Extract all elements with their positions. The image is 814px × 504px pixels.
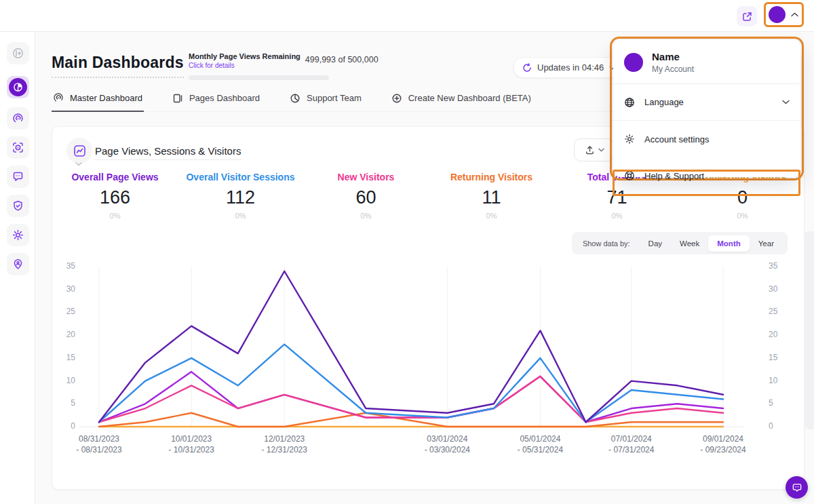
adjacent-panel-edge <box>805 231 814 429</box>
show-data-by-option-week[interactable]: Week <box>671 235 708 252</box>
x-axis-label: 10/01/2023- 10/31/2023 <box>147 433 235 455</box>
y-axis-label-left: 10 <box>52 376 75 385</box>
x-axis-label: 03/01/2024- 03/30/2024 <box>403 433 491 455</box>
pie-chart-icon <box>290 93 301 104</box>
updates-button[interactable]: Updates in 04:46 <box>513 57 625 78</box>
line-chart: 005510101515202025253030353508/31/2023- … <box>52 256 805 466</box>
avatar <box>624 53 643 72</box>
x-axis-label: 12/01/2023- 12/31/2023 <box>240 433 328 455</box>
user-menu-trigger-highlight <box>764 2 804 27</box>
quota-details-link[interactable]: Click for details <box>189 62 301 69</box>
sidebar-item-panel-toggle[interactable] <box>7 42 29 64</box>
sidebar-item-privacy[interactable] <box>7 195 29 217</box>
y-axis-label-left: 30 <box>52 284 75 294</box>
user-menu-highlight: Name My Account Language <box>610 37 804 180</box>
y-axis-label-right: 5 <box>769 398 796 408</box>
show-data-by-option-month[interactable]: Month <box>708 235 749 252</box>
plus-circle-icon <box>391 93 402 104</box>
metric-label: Overall Page Views <box>52 172 178 182</box>
tab-label: Master Dashboard <box>70 93 142 103</box>
page-title: Main Dashboards <box>52 54 184 78</box>
dashboards-pie-icon <box>9 78 27 96</box>
menu-item-label: Account settings <box>644 134 709 144</box>
metric-delta: 0% <box>303 212 429 220</box>
metric-label: New Visitors <box>303 172 429 182</box>
sidebar <box>0 32 35 504</box>
menu-item-language[interactable]: Language <box>613 84 800 121</box>
tab-support-team[interactable]: Support Team <box>288 92 363 111</box>
y-axis-label-right: 30 <box>769 284 796 294</box>
metric-value: 112 <box>178 187 303 208</box>
metric-delta: 0% <box>554 212 680 220</box>
pages-icon <box>172 93 183 104</box>
y-axis-label-left: 15 <box>52 353 75 362</box>
tab-label: Create New Dashboard (BETA) <box>408 93 531 103</box>
metric-new-visitors[interactable]: New Visitors 60 0% <box>303 172 429 220</box>
external-link-button[interactable] <box>737 6 757 26</box>
gauge-icon <box>12 113 24 124</box>
avatar[interactable] <box>769 6 786 23</box>
y-axis-label-left: 0 <box>52 421 75 431</box>
metric-value: 11 <box>429 187 554 208</box>
tab-pages-dashboard[interactable]: Pages Dashboard <box>171 92 261 111</box>
metric-overall-page-views[interactable]: Overall Page Views 166 0% <box>52 172 178 220</box>
show-data-by-label: Show data by: <box>583 239 630 248</box>
metric-value: 60 <box>303 187 429 208</box>
user-menu-profile: Name My Account <box>613 40 800 84</box>
menu-item-help-support[interactable]: Help & Support <box>613 157 800 194</box>
chevron-down-icon <box>598 148 604 152</box>
feedback-chat-icon <box>12 171 24 182</box>
y-axis-label-left: 35 <box>52 261 75 271</box>
user-menu: Name My Account Language <box>613 40 800 177</box>
menu-item-label: Help & Support <box>644 171 704 181</box>
session-recording-icon <box>12 142 24 153</box>
sidebar-item-dashboards[interactable] <box>7 76 29 98</box>
user-name: Name <box>652 51 694 62</box>
user-account-label: My Account <box>652 64 694 74</box>
show-data-by-option-day[interactable]: Day <box>640 235 671 252</box>
sidebar-item-session-recordings[interactable] <box>7 136 29 159</box>
tab-master-dashboard[interactable]: Master Dashboard <box>52 92 144 112</box>
sidebar-item-feedback[interactable] <box>7 166 29 188</box>
y-axis-label-right: 35 <box>769 261 796 271</box>
x-axis-label: 09/01/2024- 09/23/2024 <box>679 433 767 455</box>
visitor-location-icon <box>12 258 24 270</box>
x-axis-label: 05/01/2024- 05/31/2024 <box>496 433 584 455</box>
metric-delta: 0% <box>178 212 303 220</box>
export-upload-icon <box>585 145 595 155</box>
chevron-down-icon <box>782 100 790 104</box>
menu-item-account-settings[interactable]: Account settings <box>613 121 800 157</box>
metric-overall-visitor-sessions[interactable]: Overall Visitor Sessions 112 0% <box>178 172 303 220</box>
refresh-icon <box>522 63 532 73</box>
metric-delta: 0% <box>429 212 554 220</box>
show-data-by-option-year[interactable]: Year <box>750 235 783 252</box>
y-axis-label-right: 20 <box>769 330 796 339</box>
panel-toggle-icon <box>12 47 24 59</box>
gauge-icon <box>53 92 64 103</box>
tab-label: Pages Dashboard <box>189 93 260 103</box>
top-bar <box>0 0 814 32</box>
y-axis-label-left: 20 <box>52 330 75 339</box>
support-chat-fab[interactable] <box>786 476 808 499</box>
y-axis-label-left: 25 <box>52 307 75 316</box>
tab-label: Support Team <box>307 93 362 103</box>
series-total-visitors <box>99 372 723 422</box>
metric-returning-visitors[interactable]: Returning Visitors 11 0% <box>429 172 554 220</box>
y-axis-label-right: 25 <box>769 307 796 316</box>
external-link-icon <box>742 12 752 22</box>
x-axis-label: 07/01/2024- 07/31/2024 <box>587 433 676 455</box>
export-button[interactable] <box>574 138 615 161</box>
sidebar-item-settings[interactable] <box>7 224 29 246</box>
tab-create-new-dashboard[interactable]: Create New Dashboard (BETA) <box>390 92 532 111</box>
lifebuoy-icon <box>624 170 635 181</box>
sidebar-item-visitor-location[interactable] <box>7 253 29 275</box>
card-widget-icon-wrap[interactable] <box>66 138 92 163</box>
settings-gear-icon <box>12 229 24 241</box>
sidebar-item-performance[interactable] <box>7 107 29 130</box>
metric-label: Returning Visitors <box>429 172 554 182</box>
quota-value: 499,993 of 500,000 <box>305 55 379 64</box>
y-axis-label-right: 15 <box>769 353 796 362</box>
metric-label: Overall Visitor Sessions <box>178 172 303 182</box>
y-axis-label-right: 10 <box>769 376 796 385</box>
chevron-up-icon[interactable] <box>791 12 798 17</box>
